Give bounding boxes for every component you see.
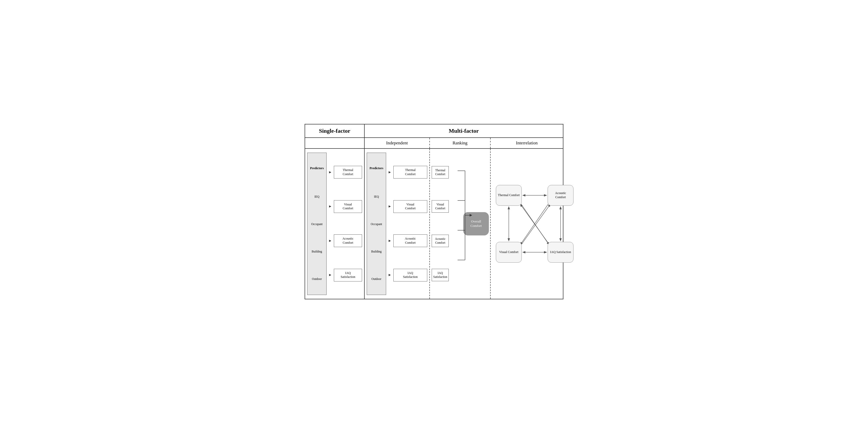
ind-predictors-title: Predictors	[370, 166, 383, 170]
ind-arrow-iaq: ►	[388, 273, 392, 277]
arrow-visual: ►	[329, 205, 332, 208]
header-row: Single-factor Multi-factor	[305, 125, 563, 138]
single-visual-box: VisualComfort	[334, 200, 362, 213]
interrelation-wrapper: Thermal Comfort Acoustic Comfort Visual …	[496, 185, 574, 263]
inter-acoustic-box: Acoustic Comfort	[548, 185, 574, 206]
pred-item-occupant: Occupant	[311, 223, 322, 226]
ind-pred-ieq: IEQ	[374, 195, 379, 198]
pred-item-outdoor: Outdoor	[312, 278, 322, 281]
independent-subheader: Independent	[365, 138, 429, 148]
single-arrows-col: ► ► ► ►	[327, 153, 334, 295]
ind-predictors-box: Predictors IEQ Occupant Building Outdoor	[367, 153, 386, 295]
inter-thermal-box: Thermal Comfort	[496, 185, 522, 206]
ind-thermal-box: ThermalComfort	[393, 166, 427, 178]
independent-section: Predictors IEQ Occupant Building Outdoor…	[365, 149, 429, 299]
arrow-acoustic: ►	[329, 239, 332, 243]
arrow-iaq: ►	[329, 273, 332, 277]
ind-visual-box: VisualComfort	[393, 200, 427, 213]
ind-arrow-visual: ►	[388, 205, 392, 208]
single-predictors-box: Predictors IEQ Occupant Building Outdoor	[307, 153, 327, 295]
ind-pred-building: Building	[371, 250, 381, 253]
svg-line-11	[521, 203, 549, 245]
interrelation-section: Thermal Comfort Acoustic Comfort Visual …	[490, 149, 579, 299]
single-iaq-box: IAQSatisfaction	[334, 269, 362, 282]
pred-item-ieq: IEQ	[314, 195, 319, 198]
ind-arrow-thermal: ►	[388, 170, 392, 174]
single-outcomes-col: ThermalComfort VisualComfort AcousticCom…	[334, 153, 362, 295]
inter-visual-box: Visual Comfort	[496, 242, 522, 263]
svg-line-12	[521, 203, 549, 245]
ind-pred-occupant: Occupant	[371, 223, 382, 226]
ranking-section: ThermalComfort VisualComfort AcousticCom…	[429, 149, 490, 299]
ind-arrow-acoustic: ►	[388, 239, 392, 243]
multi-factor-header: Multi-factor	[365, 125, 563, 137]
single-factor-section: Predictors IEQ Occupant Building Outdoor…	[305, 149, 365, 299]
sub-header-row: Independent Ranking Interrelation	[305, 138, 563, 149]
content-row: Predictors IEQ Occupant Building Outdoor…	[305, 149, 563, 299]
ind-arrows-col: ► ► ► ►	[386, 153, 393, 295]
ind-iaq-box: IAQSatisfaction	[393, 269, 427, 282]
svg-line-14	[521, 204, 550, 246]
rank-visual-box: VisualComfort	[432, 200, 449, 213]
overall-comfort-box: Overall Comfort	[463, 212, 489, 235]
single-factor-header: Single-factor	[305, 125, 365, 137]
ind-pred-outdoor: Outdoor	[371, 278, 381, 281]
single-thermal-box: ThermalComfort	[334, 166, 362, 178]
interrelation-subheader: Interrelation	[490, 138, 563, 148]
rank-acoustic-box: AcousticComfort	[432, 235, 449, 247]
diagram-container: Single-factor Multi-factor Independent R…	[305, 124, 563, 299]
pred-item-building: Building	[312, 250, 322, 253]
single-predictors-title: Predictors	[310, 166, 324, 170]
arrow-thermal: ►	[329, 170, 332, 174]
svg-line-13	[521, 204, 550, 246]
rank-thermal-box: ThermalComfort	[432, 166, 449, 178]
inter-iaq-box: IAQ Satisfaction	[548, 242, 574, 263]
single-subheader-spacer	[305, 138, 365, 148]
rank-iaq-box: IAQSatisfaction	[432, 269, 449, 281]
ind-outcomes-col: ThermalComfort VisualComfort AcousticCom…	[393, 153, 427, 295]
single-acoustic-box: AcousticComfort	[334, 234, 362, 247]
ranking-subheader: Ranking	[429, 138, 490, 148]
ind-acoustic-box: AcousticComfort	[393, 234, 427, 247]
